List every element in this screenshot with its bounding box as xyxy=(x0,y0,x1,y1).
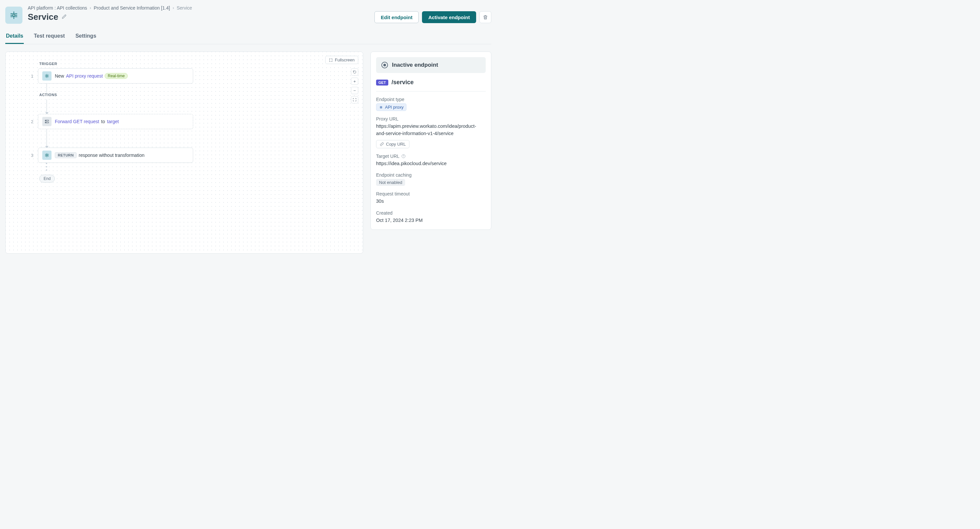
edit-title-button[interactable] xyxy=(62,14,67,20)
step-link: API proxy request xyxy=(66,73,103,79)
http-method-badge: GET xyxy=(376,80,388,86)
field-endpoint-type: Endpoint type API proxy xyxy=(376,97,486,111)
step-text: response without transformation xyxy=(79,153,144,158)
step-text-mid: to xyxy=(101,119,105,124)
endpoint-type-value: API proxy xyxy=(385,105,404,110)
refresh-icon xyxy=(353,70,356,74)
fit-icon xyxy=(353,98,356,102)
realtime-badge: Real-time xyxy=(105,73,127,79)
step-1[interactable]: 1 New API proxy request Real-time xyxy=(29,69,193,84)
reset-zoom-button[interactable] xyxy=(351,69,358,76)
method-path: GET /service xyxy=(376,79,486,86)
fullscreen-label: Fullscreen xyxy=(335,57,355,62)
link-icon xyxy=(380,142,384,146)
endpoint-path: /service xyxy=(391,79,414,86)
step-text-prefix: New xyxy=(55,73,64,79)
created-value: Oct 17, 2024 2:23 PM xyxy=(376,217,486,224)
divider xyxy=(376,91,486,91)
page-title: Service xyxy=(28,12,59,22)
delete-endpoint-button[interactable] xyxy=(479,11,491,23)
breadcrumb-root[interactable]: API platform : API collections xyxy=(28,5,87,11)
zoom-in-button[interactable]: + xyxy=(351,78,358,85)
target-url-value: https://idea.pikocloud.dev/service xyxy=(376,160,486,167)
end-pill: End xyxy=(39,175,55,183)
field-label: Target URL xyxy=(376,153,486,159)
endpoint-type-badge: API proxy xyxy=(376,104,406,111)
svg-rect-9 xyxy=(46,76,48,76)
help-icon[interactable] xyxy=(401,154,406,158)
step-number: 2 xyxy=(29,119,33,124)
breadcrumb-current: Service xyxy=(177,5,192,11)
api-proxy-icon xyxy=(379,105,383,109)
field-label: Endpoint type xyxy=(376,97,486,102)
api-proxy-icon xyxy=(42,71,51,81)
edit-endpoint-button[interactable]: Edit endpoint xyxy=(374,11,419,23)
api-proxy-icon xyxy=(9,11,19,20)
status-text: Inactive endpoint xyxy=(392,62,438,69)
connector xyxy=(46,84,47,93)
fullscreen-icon xyxy=(329,58,333,62)
copy-url-label: Copy URL xyxy=(386,142,406,147)
tab-settings[interactable]: Settings xyxy=(75,30,97,44)
svg-point-18 xyxy=(46,120,46,121)
field-proxy-url: Proxy URL https://apim.preview.workato.c… xyxy=(376,116,486,148)
fit-view-button[interactable] xyxy=(351,96,358,104)
svg-rect-21 xyxy=(46,155,48,156)
field-label: Proxy URL xyxy=(376,116,486,121)
page-header: API platform : API collections › Product… xyxy=(5,5,491,26)
field-caching: Endpoint caching Not enabled xyxy=(376,172,486,186)
step-link: Forward GET request xyxy=(55,119,99,124)
step-target: target xyxy=(107,119,119,124)
breadcrumb-collection[interactable]: Product and Service Information [1.4] xyxy=(94,5,170,11)
return-badge: RETURN xyxy=(55,152,76,158)
step-number: 1 xyxy=(29,73,33,79)
pencil-icon xyxy=(62,14,67,19)
field-label: Request timeout xyxy=(376,191,486,196)
fullscreen-button[interactable]: Fullscreen xyxy=(325,56,358,64)
zoom-controls: + − xyxy=(351,69,358,104)
actions-section-label: ACTIONS xyxy=(39,93,193,97)
step-number: 3 xyxy=(29,153,33,158)
svg-rect-1 xyxy=(13,14,15,16)
tab-test-request[interactable]: Test request xyxy=(33,30,65,44)
connector-arrow xyxy=(46,99,47,114)
field-label: Created xyxy=(376,210,486,216)
field-created: Created Oct 17, 2024 2:23 PM xyxy=(376,210,486,224)
trash-icon xyxy=(483,14,488,20)
tabs: Details Test request Settings xyxy=(5,30,491,44)
step-3[interactable]: 3 RETURN response without transformation xyxy=(29,148,193,163)
field-label: Endpoint caching xyxy=(376,172,486,178)
connector-arrow xyxy=(46,129,47,148)
caching-value: Not enabled xyxy=(376,179,405,186)
step-2[interactable]: 2 Forward GET request to target xyxy=(29,114,193,129)
return-icon xyxy=(42,151,51,160)
recipe-canvas: Fullscreen + − TRIGGER 1 xyxy=(5,51,363,253)
copy-url-button[interactable]: Copy URL xyxy=(376,140,409,148)
status-banner: Inactive endpoint xyxy=(376,57,486,73)
trigger-section-label: TRIGGER xyxy=(39,62,193,66)
timeout-value: 30s xyxy=(376,198,486,205)
status-icon xyxy=(381,62,388,69)
activate-endpoint-button[interactable]: Activate endpoint xyxy=(422,11,476,23)
tab-details[interactable]: Details xyxy=(5,30,24,44)
field-target-url: Target URL https://idea.pikocloud.dev/se… xyxy=(376,153,486,167)
chevron-right-icon: › xyxy=(173,6,174,10)
proxy-url-value: https://apim.preview.workato.com/idea/pr… xyxy=(376,123,486,137)
breadcrumb: API platform : API collections › Product… xyxy=(28,5,369,11)
zoom-out-button[interactable]: − xyxy=(351,87,358,94)
forward-icon xyxy=(42,117,51,126)
app-icon xyxy=(5,6,22,24)
endpoint-sidepanel: Inactive endpoint GET /service Endpoint … xyxy=(371,51,491,230)
chevron-right-icon: › xyxy=(90,6,91,10)
field-timeout: Request timeout 30s xyxy=(376,191,486,205)
svg-point-19 xyxy=(46,122,46,123)
